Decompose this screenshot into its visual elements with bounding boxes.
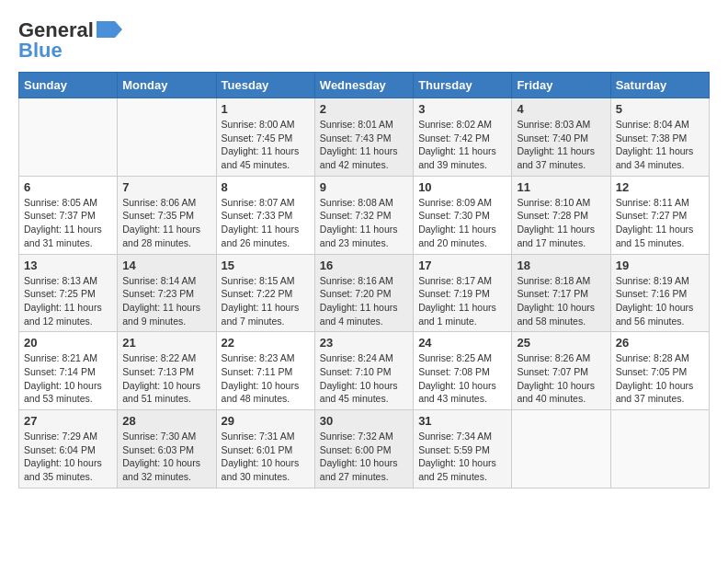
day-number: 17 <box>418 259 506 272</box>
weekday-monday: Monday <box>118 73 216 98</box>
day-number: 19 <box>616 259 704 272</box>
calendar-cell: 22Sunrise: 8:23 AM Sunset: 7:11 PM Dayli… <box>216 332 314 410</box>
day-info: Sunrise: 8:13 AM Sunset: 7:25 PM Dayligh… <box>24 274 112 328</box>
day-info: Sunrise: 8:07 AM Sunset: 7:33 PM Dayligh… <box>222 196 310 250</box>
day-info: Sunrise: 8:11 AM Sunset: 7:27 PM Dayligh… <box>616 196 704 250</box>
calendar-cell: 28Sunrise: 7:30 AM Sunset: 6:03 PM Dayli… <box>118 410 216 488</box>
day-info: Sunrise: 8:01 AM Sunset: 7:43 PM Dayligh… <box>320 118 408 172</box>
day-number: 10 <box>418 180 506 194</box>
weekday-saturday: Saturday <box>610 73 709 98</box>
calendar-week-1: 1Sunrise: 8:00 AM Sunset: 7:45 PM Daylig… <box>19 98 710 177</box>
calendar-cell: 2Sunrise: 8:01 AM Sunset: 7:43 PM Daylig… <box>314 98 413 177</box>
svg-marker-0 <box>97 21 122 38</box>
weekday-wednesday: Wednesday <box>314 73 413 98</box>
calendar-cell: 3Sunrise: 8:02 AM Sunset: 7:42 PM Daylig… <box>414 98 512 177</box>
calendar-cell: 20Sunrise: 8:21 AM Sunset: 7:14 PM Dayli… <box>19 332 118 410</box>
day-info: Sunrise: 8:06 AM Sunset: 7:35 PM Dayligh… <box>122 196 210 250</box>
day-number: 20 <box>24 336 112 350</box>
day-info: Sunrise: 8:04 AM Sunset: 7:38 PM Dayligh… <box>616 118 704 172</box>
calendar-cell: 23Sunrise: 8:24 AM Sunset: 7:10 PM Dayli… <box>314 332 413 410</box>
calendar-cell: 30Sunrise: 7:32 AM Sunset: 6:00 PM Dayli… <box>314 410 413 488</box>
calendar-cell: 21Sunrise: 8:22 AM Sunset: 7:13 PM Dayli… <box>118 332 216 410</box>
calendar-header: SundayMondayTuesdayWednesdayThursdayFrid… <box>19 73 710 98</box>
calendar-cell <box>512 410 610 488</box>
day-number: 28 <box>122 414 210 428</box>
calendar-week-4: 20Sunrise: 8:21 AM Sunset: 7:14 PM Dayli… <box>19 332 710 410</box>
day-number: 13 <box>24 259 112 272</box>
day-number: 30 <box>320 414 408 428</box>
calendar-table: SundayMondayTuesdayWednesdayThursdayFrid… <box>18 72 710 488</box>
calendar-cell: 29Sunrise: 7:31 AM Sunset: 6:01 PM Dayli… <box>216 410 314 488</box>
day-info: Sunrise: 8:18 AM Sunset: 7:17 PM Dayligh… <box>517 274 605 328</box>
calendar-cell: 27Sunrise: 7:29 AM Sunset: 6:04 PM Dayli… <box>19 410 118 488</box>
day-info: Sunrise: 8:22 AM Sunset: 7:13 PM Dayligh… <box>122 351 210 406</box>
logo-blue: Blue <box>18 39 63 63</box>
day-number: 16 <box>320 259 408 272</box>
day-info: Sunrise: 8:00 AM Sunset: 7:45 PM Dayligh… <box>222 118 310 172</box>
day-info: Sunrise: 8:21 AM Sunset: 7:14 PM Dayligh… <box>24 351 112 406</box>
day-info: Sunrise: 8:10 AM Sunset: 7:28 PM Dayligh… <box>517 196 605 250</box>
logo: General Blue <box>18 18 122 63</box>
calendar-cell: 9Sunrise: 8:08 AM Sunset: 7:32 PM Daylig… <box>314 176 413 254</box>
day-number: 4 <box>517 102 605 116</box>
day-number: 5 <box>616 102 704 116</box>
calendar-cell: 18Sunrise: 8:18 AM Sunset: 7:17 PM Dayli… <box>512 254 610 332</box>
day-info: Sunrise: 7:34 AM Sunset: 5:59 PM Dayligh… <box>418 430 506 484</box>
day-number: 2 <box>320 102 408 116</box>
day-number: 14 <box>122 259 210 272</box>
calendar-cell: 19Sunrise: 8:19 AM Sunset: 7:16 PM Dayli… <box>610 254 709 332</box>
day-info: Sunrise: 7:32 AM Sunset: 6:00 PM Dayligh… <box>320 430 408 484</box>
page-header: General Blue <box>18 18 710 63</box>
day-number: 23 <box>320 336 408 350</box>
calendar-cell: 1Sunrise: 8:00 AM Sunset: 7:45 PM Daylig… <box>216 98 314 177</box>
day-info: Sunrise: 8:05 AM Sunset: 7:37 PM Dayligh… <box>24 196 112 250</box>
calendar-cell <box>610 410 709 488</box>
day-info: Sunrise: 8:03 AM Sunset: 7:40 PM Dayligh… <box>517 118 605 172</box>
day-number: 12 <box>616 180 704 194</box>
calendar-cell: 8Sunrise: 8:07 AM Sunset: 7:33 PM Daylig… <box>216 176 314 254</box>
weekday-thursday: Thursday <box>414 73 512 98</box>
day-number: 15 <box>222 259 310 272</box>
day-number: 31 <box>418 414 506 428</box>
day-info: Sunrise: 7:30 AM Sunset: 6:03 PM Dayligh… <box>122 430 210 484</box>
day-info: Sunrise: 8:02 AM Sunset: 7:42 PM Dayligh… <box>418 118 506 172</box>
day-number: 7 <box>122 180 210 194</box>
calendar-cell: 25Sunrise: 8:26 AM Sunset: 7:07 PM Dayli… <box>512 332 610 410</box>
day-info: Sunrise: 8:24 AM Sunset: 7:10 PM Dayligh… <box>320 351 408 406</box>
day-number: 8 <box>222 180 310 194</box>
day-info: Sunrise: 8:25 AM Sunset: 7:08 PM Dayligh… <box>418 351 506 406</box>
weekday-friday: Friday <box>512 73 610 98</box>
day-number: 29 <box>222 414 310 428</box>
weekday-sunday: Sunday <box>19 73 118 98</box>
calendar-cell: 5Sunrise: 8:04 AM Sunset: 7:38 PM Daylig… <box>610 98 709 177</box>
calendar-body: 1Sunrise: 8:00 AM Sunset: 7:45 PM Daylig… <box>19 98 710 488</box>
calendar-cell: 15Sunrise: 8:15 AM Sunset: 7:22 PM Dayli… <box>216 254 314 332</box>
day-number: 1 <box>222 102 310 116</box>
calendar-cell <box>118 98 216 177</box>
day-info: Sunrise: 8:17 AM Sunset: 7:19 PM Dayligh… <box>418 274 506 328</box>
calendar-cell: 13Sunrise: 8:13 AM Sunset: 7:25 PM Dayli… <box>19 254 118 332</box>
day-number: 22 <box>222 336 310 350</box>
calendar-cell: 11Sunrise: 8:10 AM Sunset: 7:28 PM Dayli… <box>512 176 610 254</box>
day-number: 11 <box>517 180 605 194</box>
day-number: 24 <box>418 336 506 350</box>
calendar-cell: 6Sunrise: 8:05 AM Sunset: 7:37 PM Daylig… <box>19 176 118 254</box>
day-info: Sunrise: 8:19 AM Sunset: 7:16 PM Dayligh… <box>616 274 704 328</box>
day-info: Sunrise: 8:23 AM Sunset: 7:11 PM Dayligh… <box>222 351 310 406</box>
day-number: 9 <box>320 180 408 194</box>
weekday-tuesday: Tuesday <box>216 73 314 98</box>
calendar-cell <box>19 98 118 177</box>
calendar-cell: 4Sunrise: 8:03 AM Sunset: 7:40 PM Daylig… <box>512 98 610 177</box>
day-info: Sunrise: 8:14 AM Sunset: 7:23 PM Dayligh… <box>122 274 210 328</box>
calendar-cell: 31Sunrise: 7:34 AM Sunset: 5:59 PM Dayli… <box>414 410 512 488</box>
calendar-week-2: 6Sunrise: 8:05 AM Sunset: 7:37 PM Daylig… <box>19 176 710 254</box>
day-number: 3 <box>418 102 506 116</box>
day-info: Sunrise: 7:29 AM Sunset: 6:04 PM Dayligh… <box>24 430 112 484</box>
calendar-week-5: 27Sunrise: 7:29 AM Sunset: 6:04 PM Dayli… <box>19 410 710 488</box>
day-number: 6 <box>24 180 112 194</box>
day-number: 25 <box>517 336 605 350</box>
day-info: Sunrise: 7:31 AM Sunset: 6:01 PM Dayligh… <box>222 430 310 484</box>
calendar-cell: 7Sunrise: 8:06 AM Sunset: 7:35 PM Daylig… <box>118 176 216 254</box>
calendar-cell: 10Sunrise: 8:09 AM Sunset: 7:30 PM Dayli… <box>414 176 512 254</box>
calendar-week-3: 13Sunrise: 8:13 AM Sunset: 7:25 PM Dayli… <box>19 254 710 332</box>
